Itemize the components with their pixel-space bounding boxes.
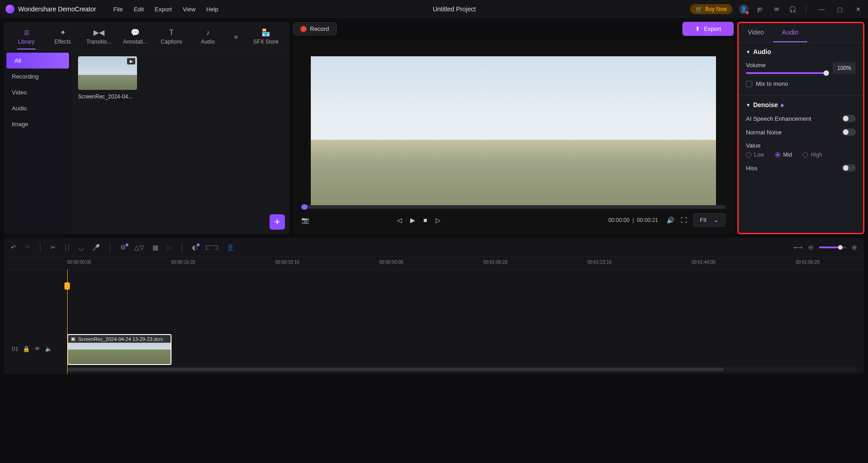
snapshot-icon[interactable]: 📷 — [301, 217, 309, 224]
cat-audio[interactable]: Audio — [4, 100, 72, 116]
timeline-hscroll[interactable] — [67, 367, 858, 372]
radio-mid[interactable]: Mid — [775, 152, 792, 158]
stop-icon[interactable]: ■ — [423, 217, 427, 224]
lock-icon[interactable]: 🔒 — [23, 345, 30, 352]
ruler-timestamp: 00:01:23:10 — [588, 260, 612, 265]
annotations-icon: 💬 — [131, 28, 140, 37]
radio-low[interactable]: Low — [746, 152, 764, 158]
graduation-icon[interactable]: 🎓 — [755, 4, 765, 14]
tab-effects[interactable]: ✦Effects — [45, 25, 80, 49]
add-media-button[interactable]: + — [270, 214, 285, 230]
fit-timeline-icon[interactable]: ⟷ — [794, 244, 803, 251]
close-button[interactable]: ✕ — [853, 5, 863, 14]
zoom-in-icon[interactable]: ⊕ — [852, 244, 857, 251]
menu-file[interactable]: File — [113, 6, 123, 13]
cat-all[interactable]: All — [6, 53, 69, 69]
export-label: Export — [704, 25, 721, 32]
scrubber-thumb[interactable] — [301, 204, 308, 210]
timeline-tracks: 01 🔒 👁 🔈 ▣ ScreenRec_2024-04-24 13-29-23… — [4, 270, 864, 374]
buy-now-label: Buy Now — [705, 6, 727, 12]
ruler-timestamp: 00:00:50:00 — [379, 260, 403, 265]
playhead[interactable] — [67, 270, 68, 374]
denoise-head-label: Denoise — [753, 101, 778, 108]
menu-help[interactable]: Help — [206, 6, 219, 13]
audio-section-header[interactable]: ▼ Audio — [746, 48, 856, 55]
normal-noise-switch[interactable] — [842, 128, 856, 136]
mail-icon[interactable]: ✉ — [771, 4, 781, 14]
tab-library[interactable]: ≣Library — [9, 25, 44, 49]
cat-recording[interactable]: Recording — [4, 69, 72, 84]
minimize-button[interactable]: — — [817, 5, 826, 14]
split-icon[interactable]: ⎮⎮ — [64, 244, 70, 251]
prop-tab-audio[interactable]: Audio — [773, 23, 808, 42]
buy-now-button[interactable]: 🛒 Buy Now — [690, 4, 732, 14]
menu-export[interactable]: Export — [155, 6, 172, 13]
track-header: 01 🔒 👁 🔈 — [4, 345, 67, 352]
prop-tab-video[interactable]: Video — [739, 23, 773, 42]
hiss-switch[interactable] — [842, 164, 856, 172]
media-thumb[interactable]: ▶ ScreenRec_2024-04... — [78, 56, 137, 100]
zoom-slider[interactable] — [819, 246, 846, 248]
tab-audio[interactable]: ♪Audio — [191, 26, 225, 49]
ai-tool-icon[interactable]: ⚙◆ — [120, 244, 126, 251]
maximize-button[interactable]: ▢ — [835, 5, 844, 14]
mirror-icon[interactable]: △▽ — [134, 244, 144, 251]
asset-tabs: ≣Library ✦Effects ▶◀Transitio... 💬Annota… — [4, 22, 289, 50]
cursor-icon[interactable]: ▷ — [167, 244, 172, 251]
timeline-ruler[interactable]: 00:00:00:0000:00:16:2000:00:33:1000:00:5… — [4, 257, 864, 270]
eye-icon[interactable]: 👁 — [34, 345, 40, 352]
redo-icon[interactable]: ↷ — [25, 244, 30, 251]
hscroll-thumb[interactable] — [67, 368, 724, 371]
grid-icon[interactable]: ▦ — [152, 244, 158, 251]
color-tool-icon[interactable]: ◐◆ — [192, 244, 197, 251]
divider — [40, 243, 40, 252]
cat-video[interactable]: Video — [4, 84, 72, 100]
person-icon[interactable]: 👤 — [226, 244, 234, 251]
zoom-out-icon[interactable]: ⊖ — [808, 244, 814, 251]
mic-icon[interactable]: 🎤 — [92, 244, 100, 251]
tab-transitions[interactable]: ▶◀Transitio... — [82, 25, 116, 49]
fit-dropdown[interactable]: Fit ⌄ — [693, 213, 726, 227]
zoom-slider-thumb[interactable] — [838, 245, 843, 250]
tab-more[interactable]: » — [227, 30, 245, 45]
project-title: Untitled Project — [222, 5, 687, 13]
cat-image[interactable]: Image — [4, 116, 72, 132]
ruler-timestamp: 00:01:56:20 — [795, 260, 819, 265]
denoise-section-header[interactable]: ▼ Denoise ◆ — [746, 101, 856, 108]
tab-captions[interactable]: TCaptions — [154, 26, 189, 49]
headset-icon[interactable]: 🎧 — [788, 4, 798, 14]
tab-sfx-store[interactable]: 🏪SFX Store — [248, 25, 284, 49]
record-label: Record — [310, 25, 329, 32]
timeline-clip[interactable]: ▣ ScreenRec_2024-04-24 13-29-23.dcrc — [67, 334, 172, 365]
account-icon[interactable]: 👤 — [739, 4, 749, 14]
next-frame-icon[interactable]: ▷ — [436, 217, 441, 224]
upload-icon: ⬆ — [695, 25, 700, 32]
radio-high[interactable]: High — [803, 152, 822, 158]
crop-icon[interactable]: ✂ — [50, 244, 56, 251]
library-pane: ≣Library ✦Effects ▶◀Transitio... 💬Annota… — [4, 22, 289, 234]
volume-value[interactable]: 100% — [833, 62, 856, 74]
tab-annotations[interactable]: 💬Annotati... — [118, 25, 152, 49]
ai-enhancement-switch[interactable] — [842, 115, 856, 122]
volume-thumb[interactable] — [824, 70, 829, 76]
menu-view[interactable]: View — [183, 6, 196, 13]
volume-icon[interactable]: 🔊 — [667, 217, 674, 224]
adjust-icon[interactable]: ⫍⫎ — [206, 244, 218, 251]
undo-icon[interactable]: ↶ — [11, 244, 16, 251]
export-button[interactable]: ⬆ Export — [682, 22, 734, 36]
premium-diamond-icon: ◆ — [780, 103, 784, 108]
record-button[interactable]: Record — [293, 22, 337, 35]
fullscreen-icon[interactable]: ⛶ — [681, 217, 687, 224]
marker-icon[interactable]: ◡ — [78, 244, 84, 251]
mix-mono-checkbox[interactable]: Mix to mono — [746, 80, 856, 87]
preview-scrubber[interactable] — [301, 205, 726, 209]
tab-label: Effects — [54, 39, 71, 45]
play-icon[interactable]: ▶ — [410, 217, 415, 224]
menu-edit[interactable]: Edit — [134, 6, 144, 13]
prev-frame-icon[interactable]: ◁ — [397, 217, 402, 224]
preview-topbar: Record ⬆ Export — [293, 22, 734, 36]
audio-section: ▼ Audio Volume 100% Mix to mono — [739, 43, 863, 95]
checkbox-icon — [746, 81, 752, 87]
volume-slider[interactable]: Volume — [746, 62, 826, 74]
mute-icon[interactable]: 🔈 — [45, 345, 52, 352]
